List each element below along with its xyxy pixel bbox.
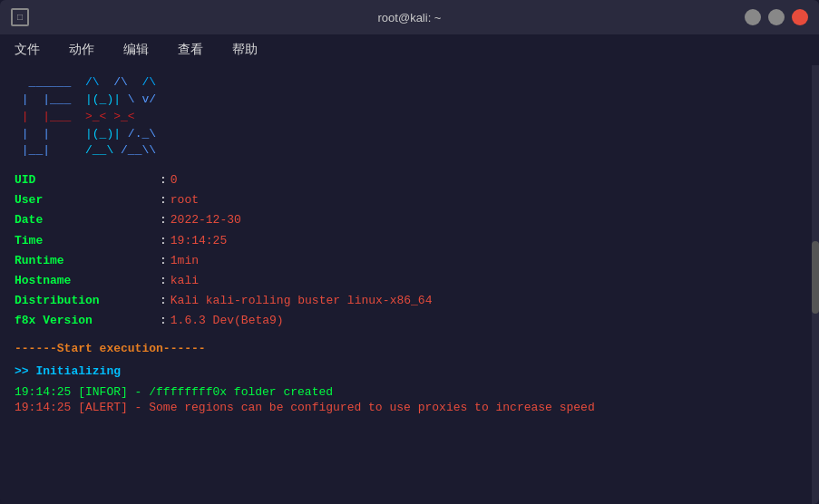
titlebar: □ root@kali: ~: [0, 0, 819, 34]
window-title: root@kali: ~: [378, 11, 442, 24]
menu-action[interactable]: 动作: [63, 38, 100, 62]
ascii-line-2: | |___ |(_)| \ v/: [15, 92, 804, 109]
close-button[interactable]: [792, 9, 808, 25]
menu-help[interactable]: 帮助: [227, 38, 263, 62]
info-value: 2022-12-30: [171, 210, 241, 230]
info-key: UID: [15, 170, 160, 190]
ascii-line-5: |__| /__\ /__\\: [15, 142, 804, 160]
info-key: Date: [15, 210, 160, 230]
info-key: Distribution: [15, 291, 160, 311]
info-table: UID: 0User: rootDate: 2022-12-30Time: 19…: [15, 170, 804, 331]
window-icon: □: [11, 8, 29, 26]
info-key: User: [15, 190, 160, 210]
log-line: 19:14:25 [INFOR] - /ffffffff0x folder cr…: [15, 385, 804, 399]
ascii-line-4: | | |(_)| /._\: [15, 126, 804, 143]
info-key: Hostname: [15, 271, 160, 291]
scrollbar[interactable]: [812, 65, 819, 504]
menu-file[interactable]: 文件: [9, 38, 45, 62]
minimize-button[interactable]: [745, 9, 761, 25]
info-value: Kali kali-rolling buster linux-x86_64: [171, 291, 433, 311]
info-value: 19:14:25: [171, 231, 227, 251]
info-key: Time: [15, 231, 160, 251]
menu-view[interactable]: 查看: [172, 38, 209, 62]
log-lines: 19:14:25 [INFOR] - /ffffffff0x folder cr…: [15, 385, 804, 414]
info-row: User: root: [15, 190, 804, 210]
init-line: >> Initializing: [15, 364, 804, 378]
info-row: Runtime: 1min: [15, 251, 804, 271]
window-controls: [745, 9, 808, 25]
info-row: Time: 19:14:25: [15, 231, 804, 251]
ascii-line-3: | |___ >_< >_<: [15, 109, 804, 126]
info-value: root: [171, 190, 199, 210]
titlebar-left: □: [11, 8, 29, 26]
info-row: Distribution: Kali kali-rolling buster l…: [15, 291, 804, 311]
info-row: f8x Version: 1.6.3 Dev(Beta9): [15, 311, 804, 331]
scrollbar-thumb[interactable]: [812, 241, 819, 314]
info-value: 1min: [171, 251, 199, 271]
terminal-body[interactable]: ______ /\ /\ /\ | |___ |(_)| \ v/ | |___…: [0, 65, 819, 504]
menubar: 文件 动作 编辑 查看 帮助: [0, 34, 819, 65]
info-value: kali: [171, 271, 199, 291]
info-row: Hostname: kali: [15, 271, 804, 291]
info-value: 1.6.3 Dev(Beta9): [171, 311, 284, 331]
info-value: 0: [171, 170, 178, 190]
separator: ------Start execution------: [15, 342, 804, 355]
info-row: UID: 0: [15, 170, 804, 190]
ascii-art: ______ /\ /\ /\ | |___ |(_)| \ v/ | |___…: [15, 74, 804, 160]
log-line: 19:14:25 [ALERT] - Some regions can be c…: [15, 401, 804, 414]
terminal-window: □ root@kali: ~ 文件 动作 编辑 查看 帮助 ______ /\ …: [0, 0, 819, 504]
menu-edit[interactable]: 编辑: [118, 38, 154, 62]
info-key: Runtime: [15, 251, 160, 271]
info-row: Date: 2022-12-30: [15, 210, 804, 230]
info-key: f8x Version: [15, 311, 160, 331]
ascii-line-1: ______ /\ /\ /\: [15, 74, 804, 92]
maximize-button[interactable]: [768, 9, 785, 25]
